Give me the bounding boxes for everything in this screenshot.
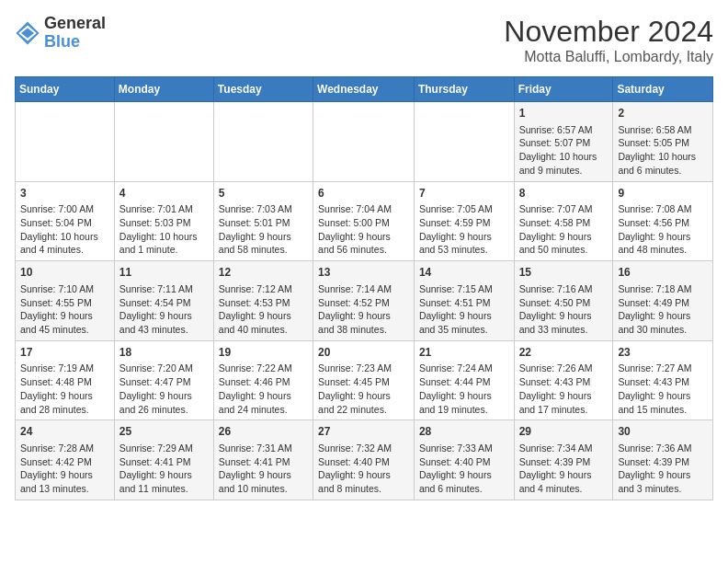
day-info: Sunset: 4:55 PM <box>20 297 92 308</box>
day-info: Sunset: 4:41 PM <box>219 456 290 467</box>
header-day-tuesday: Tuesday <box>213 77 313 102</box>
header-day-monday: Monday <box>114 77 213 102</box>
calendar-cell <box>114 102 213 182</box>
day-info: Sunset: 4:43 PM <box>618 376 689 387</box>
day-info: Daylight: 9 hours and 3 minutes. <box>618 469 690 494</box>
calendar-cell: 21Sunrise: 7:24 AMSunset: 4:44 PMDayligh… <box>414 340 514 420</box>
day-number: 22 <box>519 345 609 361</box>
logo-line1: General <box>44 15 106 33</box>
day-info: Sunrise: 7:19 AM <box>20 362 94 373</box>
calendar-cell: 9Sunrise: 7:08 AMSunset: 4:56 PMDaylight… <box>613 181 713 261</box>
day-info: Sunset: 4:44 PM <box>419 376 491 387</box>
day-info: Daylight: 9 hours and 11 minutes. <box>119 469 192 494</box>
day-number: 14 <box>419 265 509 281</box>
calendar-cell: 18Sunrise: 7:20 AMSunset: 4:47 PMDayligh… <box>114 340 213 420</box>
day-info: Sunrise: 6:58 AM <box>618 124 691 135</box>
day-info: Daylight: 9 hours and 43 minutes. <box>119 310 192 335</box>
day-info: Sunset: 4:51 PM <box>419 297 491 308</box>
month-title: November 2024 <box>504 15 713 49</box>
day-info: Sunrise: 7:11 AM <box>119 283 193 294</box>
header-day-sunday: Sunday <box>16 77 115 102</box>
day-number: 12 <box>219 265 308 281</box>
calendar-cell: 11Sunrise: 7:11 AMSunset: 4:54 PMDayligh… <box>114 261 213 341</box>
day-info: Sunset: 4:43 PM <box>519 376 591 387</box>
calendar-cell: 10Sunrise: 7:10 AMSunset: 4:55 PMDayligh… <box>16 261 115 341</box>
day-number: 26 <box>219 424 308 440</box>
day-info: Sunset: 4:48 PM <box>20 376 92 387</box>
calendar-cell: 14Sunrise: 7:15 AMSunset: 4:51 PMDayligh… <box>414 261 514 341</box>
day-info: Sunset: 5:03 PM <box>119 217 191 228</box>
calendar-cell: 6Sunrise: 7:04 AMSunset: 5:00 PMDaylight… <box>313 181 415 261</box>
day-info: Sunset: 4:46 PM <box>219 376 290 387</box>
day-info: Sunset: 4:40 PM <box>318 456 390 467</box>
day-info: Sunset: 5:04 PM <box>20 217 92 228</box>
calendar-cell: 25Sunrise: 7:29 AMSunset: 4:41 PMDayligh… <box>114 420 213 500</box>
calendar-cell: 17Sunrise: 7:19 AMSunset: 4:48 PMDayligh… <box>16 340 115 420</box>
day-info: Sunrise: 7:08 AM <box>618 203 691 214</box>
calendar-cell <box>213 102 313 182</box>
calendar-cell: 2Sunrise: 6:58 AMSunset: 5:05 PMDaylight… <box>613 102 713 182</box>
day-info: Daylight: 9 hours and 58 minutes. <box>219 231 291 256</box>
header-day-wednesday: Wednesday <box>313 77 415 102</box>
calendar-cell: 4Sunrise: 7:01 AMSunset: 5:03 PMDaylight… <box>114 181 213 261</box>
calendar-cell: 26Sunrise: 7:31 AMSunset: 4:41 PMDayligh… <box>213 420 313 500</box>
day-info: Daylight: 10 hours and 4 minutes. <box>20 231 98 256</box>
day-info: Daylight: 9 hours and 19 minutes. <box>419 390 492 415</box>
day-number: 15 <box>519 265 609 281</box>
day-info: Sunrise: 7:32 AM <box>318 442 392 454</box>
day-info: Sunrise: 7:05 AM <box>419 203 493 214</box>
day-info: Daylight: 9 hours and 4 minutes. <box>519 469 592 494</box>
day-info: Sunset: 4:52 PM <box>318 297 390 308</box>
day-number: 4 <box>119 186 209 201</box>
calendar-cell: 7Sunrise: 7:05 AMSunset: 4:59 PMDaylight… <box>414 181 514 261</box>
day-number: 2 <box>618 106 708 121</box>
day-number: 6 <box>318 186 409 201</box>
day-info: Daylight: 9 hours and 38 minutes. <box>318 310 391 335</box>
day-info: Sunrise: 7:27 AM <box>618 362 691 373</box>
day-info: Daylight: 9 hours and 45 minutes. <box>20 310 93 335</box>
day-number: 30 <box>618 424 708 440</box>
day-info: Daylight: 9 hours and 15 minutes. <box>618 390 690 415</box>
day-info: Sunrise: 7:31 AM <box>219 442 292 454</box>
day-info: Sunrise: 7:20 AM <box>119 362 193 373</box>
calendar-cell <box>313 102 415 182</box>
week-row-5: 24Sunrise: 7:28 AMSunset: 4:42 PMDayligh… <box>16 420 713 500</box>
day-number: 16 <box>618 265 708 281</box>
header-day-friday: Friday <box>514 77 613 102</box>
day-info: Sunrise: 7:22 AM <box>219 362 292 373</box>
day-number: 10 <box>20 265 109 281</box>
day-number: 29 <box>519 424 609 440</box>
day-info: Daylight: 9 hours and 50 minutes. <box>519 231 592 256</box>
calendar-body: 1Sunrise: 6:57 AMSunset: 5:07 PMDaylight… <box>16 102 713 500</box>
calendar-cell: 28Sunrise: 7:33 AMSunset: 4:40 PMDayligh… <box>414 420 514 500</box>
day-info: Daylight: 9 hours and 35 minutes. <box>419 310 492 335</box>
day-number: 3 <box>20 186 109 201</box>
day-info: Sunrise: 7:23 AM <box>318 362 392 373</box>
calendar-cell: 8Sunrise: 7:07 AMSunset: 4:58 PMDaylight… <box>514 181 613 261</box>
day-info: Sunset: 5:05 PM <box>618 137 689 148</box>
day-info: Sunrise: 7:00 AM <box>20 203 94 214</box>
day-info: Sunrise: 7:15 AM <box>419 283 493 294</box>
day-info: Daylight: 10 hours and 9 minutes. <box>519 151 597 176</box>
day-info: Daylight: 9 hours and 33 minutes. <box>519 310 592 335</box>
day-info: Daylight: 9 hours and 17 minutes. <box>519 390 592 415</box>
week-row-4: 17Sunrise: 7:19 AMSunset: 4:48 PMDayligh… <box>16 340 713 420</box>
day-number: 18 <box>119 345 209 361</box>
calendar-cell: 19Sunrise: 7:22 AMSunset: 4:46 PMDayligh… <box>213 340 313 420</box>
day-info: Sunset: 4:53 PM <box>219 297 290 308</box>
header-day-thursday: Thursday <box>414 77 514 102</box>
day-info: Sunrise: 7:26 AM <box>519 362 593 373</box>
logo-line2: Blue <box>44 33 106 52</box>
day-info: Sunset: 4:56 PM <box>618 217 689 228</box>
day-info: Sunrise: 7:10 AM <box>20 283 94 294</box>
day-number: 28 <box>419 424 509 440</box>
calendar-cell: 23Sunrise: 7:27 AMSunset: 4:43 PMDayligh… <box>613 340 713 420</box>
day-number: 19 <box>219 345 308 361</box>
logo-icon <box>15 20 40 46</box>
day-number: 13 <box>318 265 409 281</box>
day-number: 11 <box>119 265 209 281</box>
day-info: Sunrise: 7:01 AM <box>119 203 193 214</box>
calendar-cell: 29Sunrise: 7:34 AMSunset: 4:39 PMDayligh… <box>514 420 613 500</box>
day-info: Daylight: 10 hours and 1 minute. <box>119 231 198 256</box>
logo: General Blue <box>15 15 106 52</box>
